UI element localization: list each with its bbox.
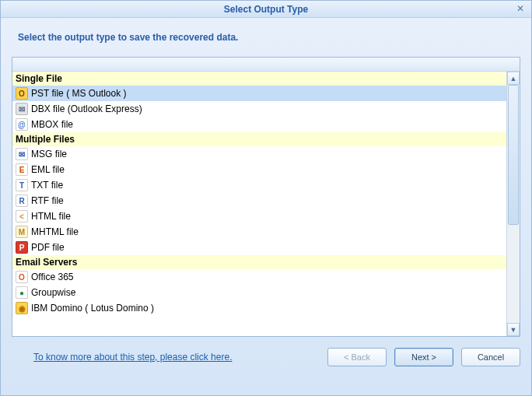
list-item[interactable]: @MBOX file [12, 117, 506, 132]
footer: To know more about this step, please cli… [1, 337, 531, 377]
list-content: Single FileOPST file ( MS Outlook )✉DBX … [12, 72, 506, 336]
list-item-label: PST file ( MS Outlook ) [31, 88, 126, 99]
close-icon[interactable]: ✕ [514, 3, 527, 14]
list-item-label: IBM Domino ( Lotus Domino ) [31, 303, 154, 314]
list-item-label: PDF file [31, 242, 65, 253]
scroll-track[interactable] [507, 85, 520, 323]
instruction-text: Select the output type to save the recov… [1, 18, 531, 57]
list-item[interactable]: TTXT file [12, 177, 506, 193]
list-column-header[interactable] [12, 58, 520, 72]
domino-icon: ◉ [16, 302, 28, 314]
list-item[interactable]: OOffice 365 [12, 269, 506, 285]
list-item[interactable]: <HTML file [12, 209, 506, 224]
dialog-window: Select Output Type ✕ Select the output t… [0, 0, 532, 396]
output-type-listbox: Single FileOPST file ( MS Outlook )✉DBX … [12, 57, 520, 337]
client-area: Select the output type to save the recov… [1, 18, 531, 395]
list-item-label: EML file [31, 164, 65, 175]
scroll-up-button[interactable]: ▲ [507, 72, 520, 85]
list-item-label: MHTML file [31, 226, 79, 237]
titlebar: Select Output Type ✕ [1, 1, 531, 18]
list-item-label: HTML file [31, 211, 71, 222]
list-item[interactable]: MMHTML file [12, 224, 506, 240]
scroll-down-button[interactable]: ▼ [507, 323, 520, 336]
list-item-label: TXT file [31, 180, 63, 191]
pdf-icon: P [16, 241, 28, 254]
list-body: Single FileOPST file ( MS Outlook )✉DBX … [12, 72, 520, 336]
office365-icon: O [16, 271, 28, 283]
group-header: Single File [12, 72, 506, 86]
cancel-button[interactable]: Cancel [461, 348, 520, 366]
list-item[interactable]: ●Groupwise [12, 285, 506, 300]
list-item[interactable]: ◉IBM Domino ( Lotus Domino ) [12, 300, 506, 316]
group-header: Multiple Files [12, 132, 506, 146]
list-item-label: Office 365 [31, 272, 73, 282]
msg-icon: ✉ [16, 148, 28, 160]
list-item[interactable]: PPDF file [12, 240, 506, 255]
list-item[interactable]: OPST file ( MS Outlook ) [12, 86, 506, 101]
list-item-label: MSG file [31, 149, 67, 159]
txt-icon: T [16, 179, 28, 191]
list-item[interactable]: RRTF file [12, 193, 506, 209]
list-item[interactable]: EEML file [12, 162, 506, 177]
mbox-icon: @ [16, 118, 28, 131]
group-header: Email Servers [12, 255, 506, 269]
list-item-label: Groupwise [31, 287, 75, 298]
window-title: Select Output Type [1, 4, 531, 15]
scroll-thumb[interactable] [508, 85, 519, 225]
vertical-scrollbar[interactable]: ▲ ▼ [506, 72, 520, 336]
list-item-label: RTF file [31, 195, 64, 206]
back-button[interactable]: < Back [327, 348, 387, 366]
list-item-label: MBOX file [31, 119, 73, 130]
pst-icon: O [16, 87, 28, 100]
rtf-icon: R [16, 194, 28, 207]
next-button[interactable]: Next > [394, 348, 453, 366]
list-item[interactable]: ✉MSG file [12, 146, 506, 162]
help-link[interactable]: To know more about this step, please cli… [33, 352, 232, 363]
eml-icon: E [16, 163, 28, 176]
html-icon: < [16, 210, 28, 223]
groupwise-icon: ● [16, 286, 28, 299]
list-item[interactable]: ✉DBX file (Outlook Express) [12, 101, 506, 117]
mhtml-icon: M [16, 226, 28, 238]
list-item-label: DBX file (Outlook Express) [31, 103, 142, 114]
dbx-icon: ✉ [16, 103, 28, 115]
